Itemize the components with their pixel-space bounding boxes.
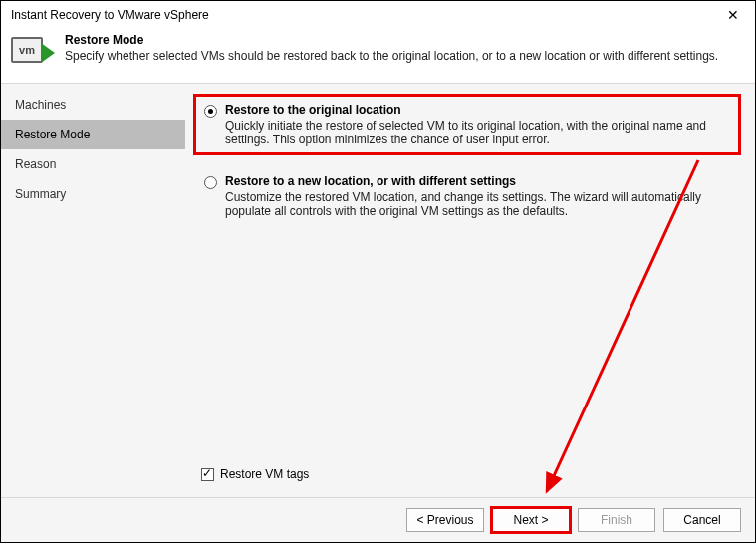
radio-restore-new-location[interactable]	[204, 176, 217, 189]
option-text: Restore to the original location Quickly…	[225, 103, 730, 146]
close-icon[interactable]: ✕	[721, 7, 745, 23]
option-title: Restore to a new location, or with diffe…	[225, 174, 730, 188]
radio-restore-original[interactable]	[204, 105, 217, 118]
wizard-footer: < Previous Next > Finish Cancel	[1, 497, 755, 542]
wizard-body: Machines Restore Mode Reason Summary Res…	[1, 84, 755, 497]
checkbox-restore-vm-tags[interactable]	[201, 468, 214, 481]
main-panel: Restore to the original location Quickly…	[185, 84, 755, 497]
wizard-header: vm Restore Mode Specify whether selected…	[1, 27, 755, 84]
option-restore-original[interactable]: Restore to the original location Quickly…	[193, 94, 741, 155]
finish-button: Finish	[578, 508, 655, 532]
header-title: Restore Mode	[65, 33, 718, 47]
arrow-icon	[41, 43, 55, 63]
sidebar-item-machines[interactable]: Machines	[1, 90, 185, 120]
option-desc: Quickly initiate the restore of selected…	[225, 119, 730, 146]
header-subtitle: Specify whether selected VMs should be r…	[65, 49, 718, 63]
titlebar: Instant Recovery to VMware vSphere ✕	[1, 1, 755, 27]
option-title: Restore to the original location	[225, 103, 730, 117]
window-title: Instant Recovery to VMware vSphere	[11, 8, 209, 22]
option-desc: Customize the restored VM location, and …	[225, 190, 730, 218]
header-text: Restore Mode Specify whether selected VM…	[65, 33, 718, 63]
option-text: Restore to a new location, or with diffe…	[225, 174, 730, 218]
restore-vm-tags-row[interactable]: Restore VM tags	[193, 461, 741, 489]
restore-vm-icon: vm	[11, 33, 55, 73]
steps-sidebar: Machines Restore Mode Reason Summary	[1, 84, 185, 497]
previous-button[interactable]: < Previous	[406, 508, 484, 532]
sidebar-item-reason[interactable]: Reason	[1, 149, 185, 179]
checkbox-label: Restore VM tags	[220, 467, 309, 481]
sidebar-item-restore-mode[interactable]: Restore Mode	[1, 120, 185, 149]
next-button[interactable]: Next >	[492, 508, 570, 532]
sidebar-item-summary[interactable]: Summary	[1, 179, 185, 209]
cancel-button[interactable]: Cancel	[663, 508, 741, 532]
wizard-window: Instant Recovery to VMware vSphere ✕ vm …	[0, 0, 756, 543]
option-restore-new-location[interactable]: Restore to a new location, or with diffe…	[193, 165, 741, 227]
vm-box-icon: vm	[11, 37, 43, 63]
